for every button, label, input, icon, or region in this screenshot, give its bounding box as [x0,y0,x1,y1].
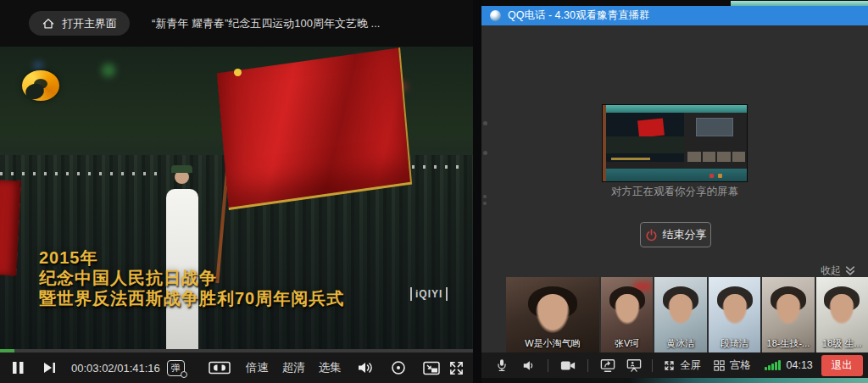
overlay-caption-line1: 2015年 [39,248,98,268]
iqiyi-watermark: iQIYI [410,287,448,301]
fullscreen-label[interactable]: 全屏 [680,358,701,373]
preview-taskbar [606,169,748,182]
danmaku-toggle[interactable]: 弹 [167,360,185,376]
collapse-button[interactable]: 收起 [821,264,856,278]
qq-call-title: QQ电话 - 4.30观看豫青直播群 [508,8,649,23]
home-icon [42,17,55,31]
playback-time: 00:03:02/01:41:16 [71,362,160,375]
soldier-cap [171,165,192,173]
exit-button[interactable]: 退出 [821,355,863,376]
call-fullscreen-button[interactable] [663,359,676,372]
quality-button[interactable]: 超清 [282,360,305,375]
toolbar-divider [587,359,588,372]
preview-inner-window [696,118,733,136]
video-surface[interactable]: 2015年 纪念中国人民抗日战争 暨世界反法西斯战争胜利70周年阅兵式 iQIY… [0,47,473,349]
qiyi-swirl-logo [22,70,59,101]
shared-screen-preview [602,104,748,182]
playback-speed-button[interactable]: 倍速 [246,360,269,375]
qq-call-body: 对方正在观看你分享的屏幕 结束分享 收起 W是小淘气哟 [481,25,868,352]
flag-gold-emblem [234,69,242,76]
mic-button[interactable] [495,358,509,373]
preview-video-area [606,113,684,169]
participant-face [722,294,748,325]
grid-icon [713,359,726,372]
screen-share-icon [600,358,615,373]
participant-tile[interactable]: 段琦洁 [709,277,760,352]
volume-icon [357,360,374,375]
bokeh-light [34,62,42,70]
mic-icon [495,358,509,373]
next-icon [43,362,56,374]
settings-button[interactable] [391,360,406,375]
participant-tile[interactable]: 黄冰洁 [654,277,706,352]
signal-strength-bars [765,360,781,370]
camera-button[interactable] [560,360,576,371]
camera-icon [560,360,576,371]
speaker-icon [522,359,536,372]
settings-icon [391,360,406,375]
open-main-ui-button[interactable]: 打开主界面 [29,11,130,36]
toolbar-divider [652,359,653,372]
white-hats-row [0,172,161,175]
participant-name: 18-生技-... [762,337,814,350]
end-share-button[interactable]: 结束分享 [640,222,711,247]
participant-tile[interactable]: W是小淘气哟 [506,277,599,352]
whiteboard-button[interactable] [626,358,642,373]
qq-call-window: QQ电话 - 4.30观看豫青直播群 [481,0,868,383]
next-episode-button[interactable] [43,362,56,374]
participant-face [615,294,640,325]
webcam-icon [490,10,501,21]
collapse-label: 收起 [821,264,841,278]
chevron-double-down-icon [844,265,856,276]
preview-troops [606,136,684,153]
video-title: “新青年 耀青春”纪念五四运动100周年文艺晚 ... [152,16,380,31]
danmaku-off-dot [181,371,187,378]
edge-handle-dot [483,202,487,205]
preview-titlebar [606,105,748,113]
participant-face [829,294,854,325]
player-control-bar: 00:03:02/01:41:16 弹 倍速 超清 选集 [0,352,473,383]
pause-icon [12,361,25,375]
dolby-toggle[interactable] [209,360,231,375]
episodes-button[interactable]: 选集 [319,360,342,375]
share-status-text: 对方正在观看你分享的屏幕 [573,185,776,199]
grid-view-button[interactable] [713,359,726,372]
preview-red-flag [637,118,665,137]
speaker-button[interactable] [522,359,536,372]
overlay-caption-line3: 暨世界反法西斯战争胜利70周年阅兵式 [39,288,344,308]
screen: 打开主界面 “新青年 耀青春”纪念五四运动100周年文艺晚 ... 2015年 … [0,0,868,383]
fullscreen-icon [663,359,676,372]
bokeh-light [102,64,115,77]
preview-dot [709,174,714,178]
participant-name: 18级 生... [816,337,868,350]
participant-name: 段琦洁 [709,337,760,350]
participant-tile[interactable]: 18-生技-... [762,277,814,352]
whiteboard-icon [626,358,642,373]
participant-strip: W是小淘气哟 张V珂 黄冰洁 段琦洁 [506,277,868,352]
end-share-label: 结束分享 [663,227,707,242]
qq-title-bar[interactable]: QQ电话 - 4.30观看豫青直播群 [481,6,868,25]
toolbar-divider [548,359,548,372]
pip-icon [423,361,440,375]
participant-face [668,294,693,325]
screen-share-button[interactable] [600,358,615,373]
participant-tile[interactable]: 张V珂 [601,277,653,352]
fullscreen-button[interactable] [448,360,465,376]
volume-button[interactable] [357,360,374,375]
overlay-caption-line2: 纪念中国人民抗日战争 [39,268,217,288]
edge-handle-dot [483,151,487,155]
grid-view-label[interactable]: 宫格 [730,358,751,373]
preview-participants [687,152,745,162]
participant-name: 张V珂 [601,337,653,350]
danmaku-label: 弹 [171,362,181,375]
participant-name: 黄冰洁 [654,337,706,350]
participant-name: W是小淘气哟 [506,337,599,350]
power-icon [645,229,658,241]
participant-tile[interactable]: 18级 生... [816,277,868,352]
edge-handle-dot [483,195,487,198]
pause-button[interactable] [12,361,25,375]
pip-button[interactable] [423,361,440,375]
video-player-window: 打开主界面 “新青年 耀青春”纪念五四运动100周年文艺晚 ... 2015年 … [0,0,473,383]
preview-caption [611,158,650,160]
preview-dot [718,174,722,178]
